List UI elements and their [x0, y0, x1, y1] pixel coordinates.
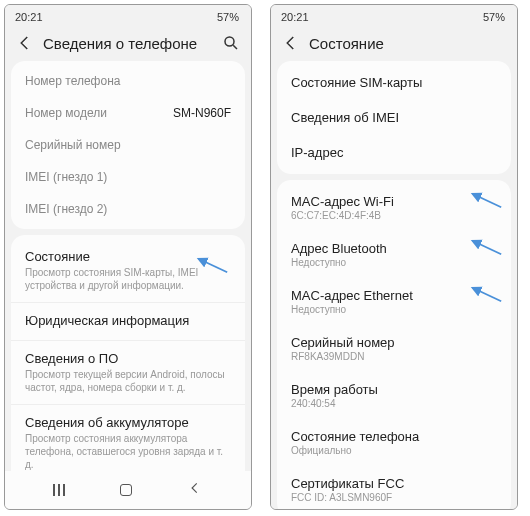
menu-item-status[interactable]: Состояние Просмотр состояния SIM-карты, … — [11, 239, 245, 302]
row-bt-address[interactable]: Адрес BluetoothНедоступно — [277, 231, 511, 278]
back-icon[interactable] — [281, 33, 301, 53]
row-sim-status[interactable]: Состояние SIM-карты — [277, 65, 511, 100]
page-title: Сведения о телефоне — [43, 35, 221, 52]
phone-left: 20:21 57% Сведения о телефоне Номер теле… — [4, 4, 252, 510]
nav-home-button[interactable] — [120, 484, 132, 496]
info-row-imei2[interactable]: IMEI (гнездо 2) — [11, 193, 245, 225]
section-info: Номер телефона Номер моделиSM-N960F Сери… — [11, 61, 245, 229]
battery-text: 57% — [483, 11, 505, 23]
menu-item-software[interactable]: Сведения о ПО Просмотр текущей версии An… — [11, 340, 245, 404]
status-right: 57% — [211, 11, 241, 23]
status-time: 20:21 — [281, 11, 309, 23]
search-icon[interactable] — [221, 33, 241, 53]
content-left: Номер телефона Номер моделиSM-N960F Сери… — [5, 61, 251, 471]
info-row-serial[interactable]: Серийный номер — [11, 129, 245, 161]
row-fcc[interactable]: Сертификаты FCCFCC ID: A3LSMN960F — [277, 466, 511, 509]
status-bar: 20:21 57% — [271, 5, 517, 25]
section-top: Состояние SIM-карты Сведения об IMEI IP-… — [277, 61, 511, 174]
section-details: MAC-адрес Wi-Fi6C:C7:EC:4D:4F:4B Адрес B… — [277, 180, 511, 509]
nav-recent-button[interactable] — [53, 484, 65, 496]
page-title: Состояние — [309, 35, 507, 52]
back-icon[interactable] — [15, 33, 35, 53]
model-value: SM-N960F — [173, 106, 231, 120]
svg-point-3 — [225, 37, 234, 46]
section-menu: Состояние Просмотр состояния SIM-карты, … — [11, 235, 245, 471]
status-time: 20:21 — [15, 11, 43, 23]
content-right: Состояние SIM-карты Сведения об IMEI IP-… — [271, 61, 517, 509]
row-imei-info[interactable]: Сведения об IMEI — [277, 100, 511, 135]
row-label: Номер телефона — [25, 74, 120, 88]
header: Сведения о телефоне — [5, 25, 251, 61]
row-ip-address[interactable]: IP-адрес — [277, 135, 511, 170]
row-wifi-mac[interactable]: MAC-адрес Wi-Fi6C:C7:EC:4D:4F:4B — [277, 184, 511, 231]
nav-bar — [5, 471, 251, 509]
info-row-phone-number[interactable]: Номер телефона — [11, 65, 245, 97]
row-serial[interactable]: Серийный номерRF8KA39MDDN — [277, 325, 511, 372]
status-right: 57% — [477, 11, 507, 23]
phone-right: 20:21 57% Состояние Состояние SIM-карты … — [270, 4, 518, 510]
menu-item-legal[interactable]: Юридическая информация — [11, 302, 245, 340]
row-uptime[interactable]: Время работы240:40:54 — [277, 372, 511, 419]
info-row-model[interactable]: Номер моделиSM-N960F — [11, 97, 245, 129]
nav-back-button[interactable] — [187, 481, 203, 499]
row-phone-status[interactable]: Состояние телефонаОфициально — [277, 419, 511, 466]
battery-text: 57% — [217, 11, 239, 23]
status-bar: 20:21 57% — [5, 5, 251, 25]
info-row-imei1[interactable]: IMEI (гнездо 1) — [11, 161, 245, 193]
menu-item-battery[interactable]: Сведения об аккумуляторе Просмотр состоя… — [11, 404, 245, 471]
header: Состояние — [271, 25, 517, 61]
row-ethernet-mac[interactable]: MAC-адрес EthernetНедоступно — [277, 278, 511, 325]
